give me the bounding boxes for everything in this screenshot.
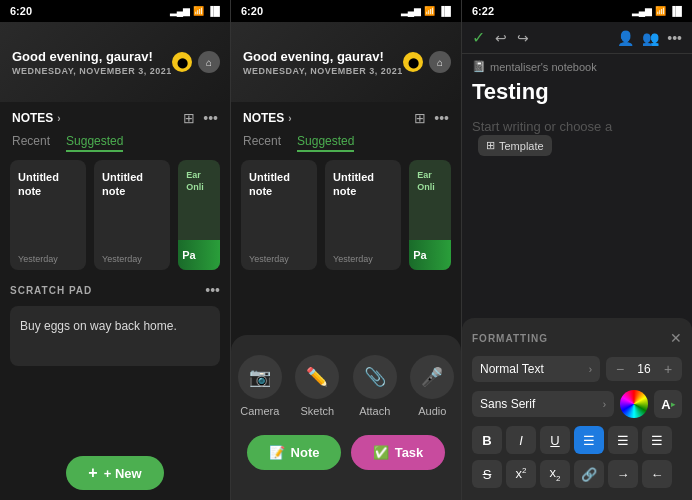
strikethrough-icon: S bbox=[483, 467, 492, 482]
panel-2: 6:20 ▂▄▆ 📶 ▐█ ⬤ ⌂ Good evening, gaurav! … bbox=[231, 0, 462, 500]
scratch-pad-section: SCRATCH PAD ••• Buy eggs on way back hom… bbox=[0, 270, 230, 374]
time-1: 6:20 bbox=[10, 5, 32, 17]
user-icon[interactable]: 👤 bbox=[617, 30, 634, 46]
notebook-icon: 📓 bbox=[472, 60, 486, 73]
text-style-selector[interactable]: Normal Text › bbox=[472, 356, 600, 382]
sketch-icon: ✏️ bbox=[295, 355, 339, 399]
editor-toolbar: ✓ ↩ ↪ 👤 👥 ••• bbox=[462, 22, 692, 54]
notebook-label: 📓 mentaliser's notebook bbox=[462, 54, 692, 75]
panel-1: 6:20 ▂▄▆ 📶 ▐█ ⬤ ⌂ Good evening, gaurav! … bbox=[0, 0, 231, 500]
editor-title-area: Testing bbox=[462, 75, 692, 113]
compose-icon-2[interactable]: ⊞ bbox=[414, 110, 426, 126]
notes-grid-2: Untitled note Yesterday Untitled note Ye… bbox=[231, 160, 461, 270]
align-left-button[interactable]: ☰ bbox=[574, 426, 604, 454]
subscript-button[interactable]: x2 bbox=[540, 460, 570, 488]
more-icon[interactable]: ••• bbox=[203, 110, 218, 126]
superscript-button[interactable]: x2 bbox=[506, 460, 536, 488]
template-button[interactable]: ⊞ Template bbox=[478, 135, 552, 156]
notes-title-2: NOTES › bbox=[243, 111, 292, 125]
indent-icon: → bbox=[617, 467, 630, 482]
outdent-button[interactable]: ← bbox=[642, 460, 672, 488]
formatting-row-1: Normal Text › − 16 + bbox=[472, 356, 682, 382]
hero-banner-1: ⬤ ⌂ Good evening, gaurav! WEDNESDAY, NOV… bbox=[0, 22, 230, 102]
outdent-icon: ← bbox=[651, 467, 664, 482]
note-footer-1: Yesterday bbox=[18, 254, 78, 264]
task-btn-icon: ✅ bbox=[373, 445, 389, 460]
tab-recent-2[interactable]: Recent bbox=[243, 134, 281, 152]
close-icon[interactable]: ✕ bbox=[670, 330, 682, 346]
note-card-4[interactable]: Untitled note Yesterday bbox=[325, 160, 401, 270]
status-bar-2: 6:20 ▂▄▆ 📶 ▐█ bbox=[231, 0, 461, 22]
battery-icon-2: ▐█ bbox=[438, 6, 451, 16]
font-family-selector[interactable]: Sans Serif › bbox=[472, 391, 614, 417]
text-format-button[interactable]: A ▸ bbox=[654, 390, 682, 418]
bold-button[interactable]: B bbox=[472, 426, 502, 454]
compose-icon[interactable]: ⊞ bbox=[183, 110, 195, 126]
formatting-panel: FORMATTING ✕ Normal Text › − 16 + Sans S… bbox=[462, 318, 692, 500]
note-title-1: Untitled note bbox=[18, 170, 78, 199]
decrease-size-btn[interactable]: − bbox=[612, 361, 628, 377]
new-button[interactable]: + + New bbox=[66, 456, 163, 490]
note-card-3[interactable]: Untitled note Yesterday bbox=[241, 160, 317, 270]
coin-icon-2: ⬤ bbox=[403, 52, 423, 72]
task-btn-label: Task bbox=[395, 445, 424, 460]
tabs-1: Recent Suggested bbox=[0, 130, 230, 160]
more-vert-icon[interactable]: ••• bbox=[667, 30, 682, 46]
formatting-row-3: B I U ☰ ☰ ☰ bbox=[472, 426, 682, 454]
checkmark-icon[interactable]: ✓ bbox=[472, 28, 485, 47]
redo-icon[interactable]: ↪ bbox=[517, 30, 529, 46]
increase-size-btn[interactable]: + bbox=[660, 361, 676, 377]
superscript-icon: x2 bbox=[516, 466, 527, 481]
italic-button[interactable]: I bbox=[506, 426, 536, 454]
action-audio[interactable]: 🎤 Audio bbox=[410, 355, 454, 417]
tab-suggested-1[interactable]: Suggested bbox=[66, 134, 123, 152]
placeholder-text: Start writing or choose a bbox=[472, 119, 612, 134]
note-card-2[interactable]: Untitled note Yesterday bbox=[94, 160, 170, 270]
tab-suggested-2[interactable]: Suggested bbox=[297, 134, 354, 152]
action-camera[interactable]: 📷 Camera bbox=[238, 355, 282, 417]
color-picker-button[interactable] bbox=[620, 390, 648, 418]
action-attach[interactable]: 📎 Attach bbox=[353, 355, 397, 417]
formatting-row-2: Sans Serif › A ▸ bbox=[472, 390, 682, 418]
attach-label: Attach bbox=[359, 405, 390, 417]
scratch-pad-more-icon[interactable]: ••• bbox=[205, 282, 220, 298]
indent-button[interactable]: → bbox=[608, 460, 638, 488]
toolbar-right: 👤 👥 ••• bbox=[617, 30, 682, 46]
note-button[interactable]: 📝 Note bbox=[247, 435, 341, 470]
tab-recent-1[interactable]: Recent bbox=[12, 134, 50, 152]
link-button[interactable]: 🔗 bbox=[574, 460, 604, 488]
underline-button[interactable]: U bbox=[540, 426, 570, 454]
align-left-icon: ☰ bbox=[583, 433, 595, 448]
wifi-icon-2: 📶 bbox=[424, 6, 435, 16]
align-center-button[interactable]: ☰ bbox=[608, 426, 638, 454]
action-btns: 📝 Note ✅ Task bbox=[231, 423, 461, 470]
note-card-partial-2[interactable]: EarOnli 11/ Pa bbox=[409, 160, 451, 270]
editor-title[interactable]: Testing bbox=[472, 79, 682, 105]
template-icon: ⊞ bbox=[486, 139, 495, 152]
note-card-1[interactable]: Untitled note Yesterday bbox=[10, 160, 86, 270]
action-sketch[interactable]: ✏️ Sketch bbox=[295, 355, 339, 417]
bold-icon: B bbox=[482, 433, 491, 448]
time-3: 6:22 bbox=[472, 5, 494, 17]
note-title-partial-1: EarOnli bbox=[186, 170, 212, 193]
task-button[interactable]: ✅ Task bbox=[351, 435, 445, 470]
note-title-2: Untitled note bbox=[102, 170, 162, 199]
note-card-partial-1[interactable]: EarOnli 11/ Pa bbox=[178, 160, 220, 270]
note-title-partial-2: EarOnli bbox=[417, 170, 443, 193]
coin-icon: ⬤ bbox=[172, 52, 192, 72]
editor-placeholder[interactable]: Start writing or choose a ⊞ Template bbox=[462, 113, 692, 160]
hero-icons-1: ⬤ ⌂ bbox=[172, 51, 220, 73]
undo-icon[interactable]: ↩ bbox=[495, 30, 507, 46]
share-icon[interactable]: 👥 bbox=[642, 30, 659, 46]
scratch-pad-box[interactable]: Buy eggs on way back home. bbox=[10, 306, 220, 366]
strikethrough-button[interactable]: S bbox=[472, 460, 502, 488]
text-style-label: Normal Text bbox=[480, 362, 544, 376]
align-right-button[interactable]: ☰ bbox=[642, 426, 672, 454]
status-bar-3: 6:22 ▂▄▆ 📶 ▐█ bbox=[462, 0, 692, 22]
attach-icon: 📎 bbox=[353, 355, 397, 399]
font-family-label: Sans Serif bbox=[480, 397, 535, 411]
more-icon-2[interactable]: ••• bbox=[434, 110, 449, 126]
font-size-control: − 16 + bbox=[606, 357, 682, 381]
signal-icon-2: ▂▄▆ bbox=[401, 6, 421, 16]
hero-icons-2: ⬤ ⌂ bbox=[403, 51, 451, 73]
